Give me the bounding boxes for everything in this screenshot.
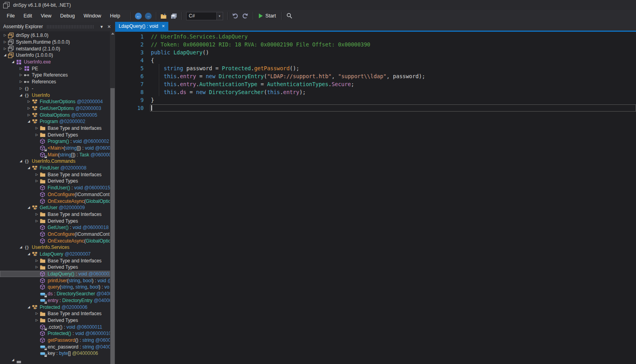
start-button[interactable]: Start [256, 12, 278, 19]
expand-icon[interactable]: ▷ [34, 312, 39, 315]
code-line-10[interactable]: 10 [115, 104, 636, 112]
tree-item-ds[interactable]: ds : DirectorySearcher @0400 [0, 291, 110, 297]
collapse-icon[interactable]: ◢ [26, 120, 31, 123]
tree-item-dnspy-6-1-8-0[interactable]: ▷ dnSpy (6.1.8.0) [0, 32, 110, 39]
tree-item-userinfo[interactable]: ◢{ }UserInfo [0, 92, 110, 98]
tree-item-derived-types[interactable]: ▷ Derived Types [0, 317, 110, 324]
expand-icon[interactable]: ▷ [2, 40, 8, 44]
expand-icon[interactable]: ▷ [2, 47, 8, 50]
code-line-2[interactable]: 2// Token: 0x06000012 RID: 18 RVA: 0x000… [115, 40, 636, 48]
collapse-icon[interactable]: ◢ [26, 206, 31, 209]
collapse-icon[interactable]: ◢ [26, 306, 31, 309]
code-line-4[interactable]: 4{ [115, 56, 636, 64]
tree-item-onexecuteasync[interactable]: OnExecuteAsync(GlobalOptio [0, 237, 110, 244]
tree-item-key[interactable]: key : byte[] @04000006 [0, 350, 110, 357]
language-select[interactable]: C# ▾ [186, 12, 223, 20]
code-editor[interactable]: 1// UserInfo.Services.LdapQuery2// Token… [115, 32, 636, 364]
code-line-3[interactable]: 3public LdapQuery() [115, 48, 636, 56]
menu-item-window[interactable]: Window [79, 12, 105, 20]
tree-item-ldapquery[interactable]: ◢ LdapQuery @02000007 [0, 251, 110, 258]
expand-icon[interactable]: ▷ [26, 114, 31, 117]
tree-item-onconfigure[interactable]: OnConfigure(ICommandCont [0, 231, 110, 238]
expand-icon[interactable]: ▷ [34, 220, 39, 223]
collapse-icon[interactable]: ◢ [10, 60, 15, 64]
chevron-down-icon[interactable]: ▼ [98, 24, 106, 30]
tree-item-base-type-and-interfaces[interactable]: ▷ Base Type and Interfaces [0, 171, 110, 178]
tree-item-entry[interactable]: entry : DirectoryEntry @04000 [0, 297, 110, 304]
tab-ldapquery[interactable]: LdapQuery() : void × [115, 22, 168, 31]
scrollbar-thumb[interactable] [110, 88, 115, 364]
expand-icon[interactable]: ▷ [18, 67, 23, 70]
search-assemblies-button[interactable] [285, 12, 294, 20]
expand-icon[interactable]: ▷ [34, 127, 39, 130]
expand-icon[interactable]: ▷ [34, 179, 39, 183]
tree-item-node[interactable]: ◢ [0, 357, 110, 364]
collapse-icon[interactable]: ◢ [18, 160, 23, 163]
tree-item-query[interactable]: query(string, string, bool) : vo [0, 284, 110, 291]
tree-item-protected[interactable]: ◢ Protected @02000006 [0, 304, 110, 310]
tree-item-base-type-and-interfaces[interactable]: ▷ Base Type and Interfaces [0, 257, 110, 264]
tree-item-derived-types[interactable]: ▷ Derived Types [0, 264, 110, 271]
tree-item-derived-types[interactable]: ▷ Derived Types [0, 178, 110, 185]
chevron-down-icon[interactable]: ▾ [216, 12, 223, 20]
tree-item-getuser[interactable]: ◢ GetUser @02000009 [0, 204, 110, 211]
tree-item-main[interactable]: <Main>(string[]) : void @0600 [0, 145, 110, 152]
menu-item-view[interactable]: View [37, 12, 56, 20]
tree-scrollbar[interactable] [110, 31, 115, 364]
expand-icon[interactable]: ▷ [34, 173, 39, 176]
tree-item-finduser[interactable]: FindUser() : void @06000015 [0, 185, 110, 191]
tree-item-printuser[interactable]: printUser(string, bool) : void @ [0, 277, 110, 284]
expand-icon[interactable]: ▷ [34, 133, 39, 137]
code-line-7[interactable]: 7 this.entry.AuthenticationType = Authen… [115, 80, 636, 88]
menu-item-file[interactable]: File [2, 12, 19, 20]
expand-icon[interactable]: ▷ [18, 80, 23, 83]
tree-item-onconfigure[interactable]: OnConfigure(ICommandCont [0, 191, 110, 198]
scroll-up-icon[interactable] [111, 33, 114, 35]
collapse-icon[interactable]: ◢ [26, 252, 31, 256]
expand-icon[interactable]: ▷ [18, 73, 23, 77]
tree-item-finduseroptions[interactable]: ▷ FindUserOptions @02000004 [0, 98, 110, 105]
collapse-icon[interactable]: ◢ [18, 246, 23, 249]
tree-item-userinfo-exe[interactable]: ◢ UserInfo.exe [0, 59, 110, 65]
code-line-1[interactable]: 1// UserInfo.Services.LdapQuery [115, 33, 636, 40]
tree-item-type-references[interactable]: ▷ Type References [0, 72, 110, 79]
tree-item-getuseroptions[interactable]: ▷ GetUserOptions @02000003 [0, 105, 110, 112]
code-line-8[interactable]: 8 this.ds = new DirectorySearcher(this.e… [115, 88, 636, 96]
expand-icon[interactable]: ▷ [18, 87, 23, 90]
tree-item-userinfo-commands[interactable]: ◢{ }UserInfo.Commands [0, 158, 110, 165]
undo-button[interactable] [231, 12, 240, 20]
expand-icon[interactable]: ▷ [34, 319, 39, 322]
navigate-forward-button[interactable]: → [144, 12, 153, 20]
collapse-icon[interactable]: ◢ [26, 166, 31, 169]
code-line-6[interactable]: 6 this.entry = new DirectoryEntry("LDAP:… [115, 72, 636, 80]
tree-item-pe[interactable]: ▷ PE [0, 65, 110, 72]
save-all-button[interactable] [170, 12, 178, 20]
menu-item-debug[interactable]: Debug [56, 12, 79, 20]
menu-item-help[interactable]: Help [106, 12, 125, 20]
redo-button[interactable] [241, 12, 250, 20]
expand-icon[interactable]: ▷ [2, 34, 8, 37]
tree-item-program[interactable]: Program() : void @06000002 [0, 138, 110, 145]
tree-item-userinfo-services[interactable]: ◢{ }UserInfo.Services [0, 244, 110, 251]
close-icon[interactable]: × [162, 24, 165, 28]
tree-item-references[interactable]: ▷ References [0, 79, 110, 85]
tree-item-system-runtime-5-0-0-0[interactable]: ▷ System.Runtime (5.0.0.0) [0, 39, 110, 46]
collapse-icon[interactable]: ◢ [18, 94, 23, 97]
tree-item-netstandard-2-1-0-0[interactable]: ▷ netstandard (2.1.0.0) [0, 45, 110, 52]
tree-item-finduser[interactable]: ◢ FindUser @02000008 [0, 165, 110, 171]
tree-item-userinfo-1-0-0-0[interactable]: ◢ UserInfo (1.0.0.0) [0, 52, 110, 59]
navigate-back-button[interactable]: ← [134, 12, 143, 20]
tree-item-program[interactable]: ◢ Program @02000002 [0, 118, 110, 125]
tree-item-base-type-and-interfaces[interactable]: ▷ Base Type and Interfaces [0, 211, 110, 218]
tree-item-globaloptions[interactable]: ▷ GlobalOptions @02000005 [0, 112, 110, 118]
code-line-5[interactable]: 5 string password = Protected.getPasswor… [115, 64, 636, 72]
expand-icon[interactable]: ▷ [34, 266, 39, 269]
tree-item-base-type-and-interfaces[interactable]: ▷ Base Type and Interfaces [0, 125, 110, 132]
open-file-button[interactable] [160, 12, 168, 20]
tree-item-cctor[interactable]: .cctor() : void @06000011 [0, 324, 110, 330]
tree-item-derived-types[interactable]: ▷ Derived Types [0, 218, 110, 224]
tree-item-node[interactable]: ▷{ }- [0, 85, 110, 92]
expand-icon[interactable]: ▷ [26, 107, 31, 110]
expand-icon[interactable]: ▷ [34, 213, 39, 216]
tree-item-ldapquery[interactable]: LdapQuery() : void @06000012 [0, 271, 110, 277]
